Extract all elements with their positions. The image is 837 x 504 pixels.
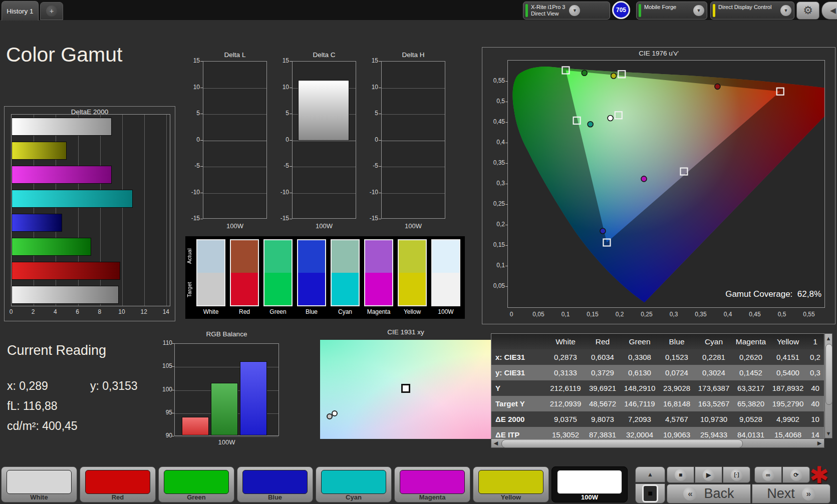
cie1976-x-tick: 0,55 <box>799 311 819 318</box>
table-header-Cyan: Cyan <box>695 334 732 349</box>
cie1931-chart <box>320 340 491 439</box>
pattern-button-label: Yellow <box>473 493 548 501</box>
rgb-y-tick: 105 <box>157 362 172 369</box>
top-bar: History 1 + X-Rite i1Pro 3Direct View ▼ … <box>0 0 837 20</box>
target-swatch-green <box>264 273 292 305</box>
single-step-button[interactable]: [·] <box>723 466 750 483</box>
deltaH-tick-mark <box>379 193 381 193</box>
up-arrow-icon: ▲ <box>647 471 653 478</box>
table-cell: 212,6119 <box>547 380 584 396</box>
deltae-bar-white <box>12 118 112 136</box>
measurement-table: WhiteRedGreenBlueCyanMagentaYellow1x: CI… <box>491 333 824 448</box>
pattern-button-cyan[interactable]: Cyan <box>316 466 392 502</box>
meter-status-stripe <box>525 4 528 17</box>
next-button[interactable]: Next » <box>752 484 830 503</box>
pattern-window-button[interactable]: ■ <box>635 483 665 503</box>
rgb-balance-x-label: 100W <box>174 438 279 446</box>
cie1976-y-tick: 0,25 <box>483 200 505 207</box>
deltae-bar-green <box>12 238 91 256</box>
rgb-balance-chart <box>174 343 279 436</box>
pattern-button-white[interactable]: White <box>1 466 77 502</box>
pattern-button-label: 100W <box>552 493 627 501</box>
cie1976-x-tick: 0,4 <box>718 311 738 318</box>
source-dropdown[interactable]: Mobile Forge ▼ <box>636 2 707 20</box>
swatch-column-100w <box>431 239 460 306</box>
pattern-button-blue[interactable]: Blue <box>237 466 313 502</box>
step-icon: [·] <box>731 469 743 481</box>
table-hscrollbar[interactable]: ◀ ▶ <box>491 438 824 448</box>
rgb-tick-mark <box>172 343 174 344</box>
deltaH-tick-mark <box>379 88 381 88</box>
deltaC-tick-mark <box>290 219 292 219</box>
deltaC-y-tick: -15 <box>275 215 289 222</box>
hscroll-thumb[interactable] <box>501 439 743 448</box>
deltaH-tick-mark <box>379 140 381 141</box>
pattern-up-button[interactable]: ▲ <box>635 466 665 482</box>
loop-button[interactable]: ⟳ <box>782 466 810 483</box>
deltaC-y-tick: 0 <box>275 136 289 143</box>
pattern-button-red[interactable]: Red <box>80 466 156 502</box>
deltaC-y-tick: 5 <box>275 110 289 117</box>
scroll-up-icon[interactable]: ▲ <box>825 335 832 342</box>
continuous-measure-button[interactable]: ∞ <box>754 466 782 483</box>
stop-button[interactable]: ■ <box>667 466 694 483</box>
scroll-right-icon[interactable]: ▶ <box>816 439 823 447</box>
measured-point-blue <box>600 228 606 234</box>
vscroll-thumb[interactable] <box>825 344 832 405</box>
tab-history-1[interactable]: History 1 <box>2 1 39 21</box>
deltaL-title: Delta L <box>203 51 267 59</box>
table-cell: 0,2281 <box>695 349 732 365</box>
deltae-bar-chart <box>11 114 170 306</box>
row-label: x: CIE31 <box>491 349 547 365</box>
target-swatch-blue <box>298 273 325 305</box>
pattern-button-green[interactable]: Green <box>158 466 234 502</box>
meter-dropdown[interactable]: X-Rite i1Pro 3Direct View ▼ <box>523 2 610 20</box>
measured-point-yellow <box>611 73 617 79</box>
swatch-label: Cyan <box>328 308 362 315</box>
deltaC-gridline <box>293 193 356 194</box>
left-chevron-icon: ◀ <box>830 6 836 15</box>
deltaH-y-tick: -10 <box>364 189 378 196</box>
display-control-dropdown[interactable]: Direct Display Control ▼ <box>710 2 794 20</box>
table-cell: 187,8932 <box>769 380 806 396</box>
table-cell: 10 <box>806 411 824 427</box>
deltae-x-tick: 8 <box>94 308 106 315</box>
deltaL-gridline <box>203 141 266 141</box>
deltaH-y-tick: 15 <box>364 57 378 64</box>
scroll-down-icon[interactable]: ▼ <box>825 430 832 437</box>
table-vscrollbar[interactable]: ▲ ▼ <box>824 333 832 438</box>
table-row: Target Y212,093948,5672146,711916,814816… <box>491 396 824 411</box>
pattern-button-magenta[interactable]: Magenta <box>394 466 470 502</box>
deltaH-tick-mark <box>379 166 381 167</box>
scroll-left-icon[interactable]: ◀ <box>492 439 499 447</box>
cie1931-measured-point <box>332 410 338 416</box>
swatch-label: White <box>194 308 228 315</box>
row-label: ΔE 2000 <box>491 411 547 427</box>
table-cell: 148,2910 <box>621 380 658 396</box>
settings-button[interactable]: ⚙ <box>796 2 819 20</box>
cie1976-tick-mark <box>505 184 508 184</box>
target-swatch-magenta <box>365 273 392 305</box>
cie1976-title: CIE 1976 u'v' <box>482 50 835 57</box>
back-button[interactable]: « Back <box>667 484 751 503</box>
table-cell: 0,3 <box>806 365 824 380</box>
rgb-y-tick: 100 <box>157 386 172 393</box>
add-tab-button[interactable]: + <box>40 2 63 20</box>
deltaL-gridline <box>203 193 266 194</box>
deltaC-gridline <box>293 167 356 167</box>
collapse-panel-button[interactable]: ◀ <box>821 2 837 20</box>
cie1976-y-tick: 0,05 <box>483 282 505 289</box>
deltaH-tick-mark <box>379 219 381 219</box>
table-cell: 4,9902 <box>769 411 806 427</box>
pattern-button-100w[interactable]: 100W <box>551 466 628 502</box>
rgb-bar-blue <box>240 361 267 435</box>
pattern-button-yellow[interactable]: Yellow <box>473 466 549 502</box>
cie1976-y-tick: 0,55 <box>483 77 505 84</box>
deltaC-tick-mark <box>290 61 292 62</box>
target-swatch-yellow <box>399 273 426 305</box>
play-button[interactable]: ▶ <box>695 466 722 483</box>
swatch-column-white <box>196 239 225 306</box>
rgb-tick-mark <box>172 436 174 436</box>
table-cell: 146,7119 <box>621 396 658 411</box>
target-swatch-100w <box>432 273 459 305</box>
